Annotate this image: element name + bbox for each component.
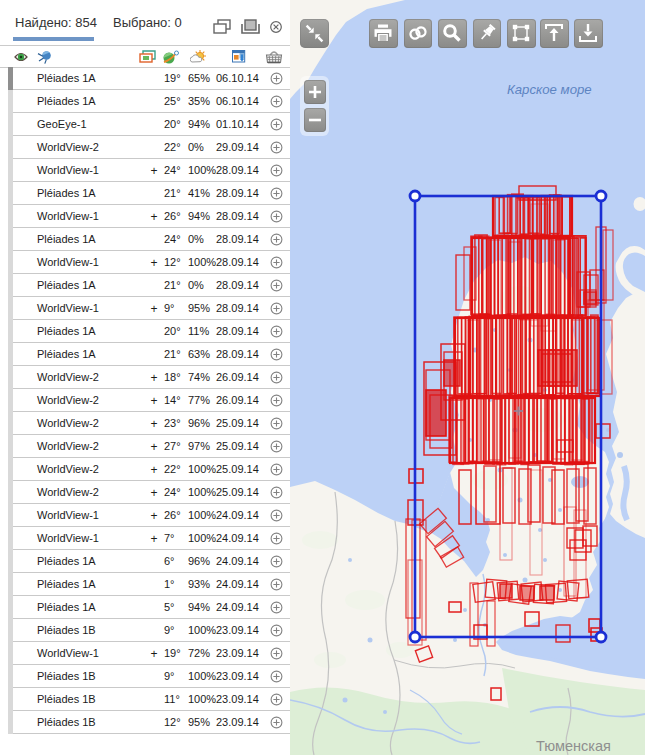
svg-text:Карское море: Карское море xyxy=(507,82,592,97)
svg-text:Тюменская: Тюменская xyxy=(536,738,611,754)
